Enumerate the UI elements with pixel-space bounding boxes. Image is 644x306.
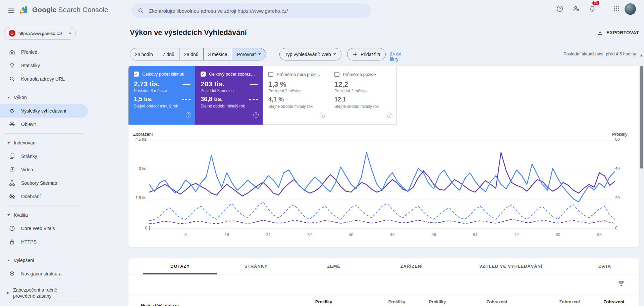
compare-label: Porovnat xyxy=(237,52,256,57)
metric-tile-total-impressions[interactable]: Celkový počet zobraz… 203 tis. Poslední … xyxy=(195,66,263,125)
date-range-24h[interactable]: 24 hodin xyxy=(130,48,158,60)
notifications-bell-icon[interactable]: 71 xyxy=(586,2,599,15)
chart-line-clicks-current xyxy=(149,152,615,202)
date-range-28d[interactable]: 28 dnů xyxy=(179,48,204,60)
sidebar-item-sitemaps[interactable]: Soubory Sitemap xyxy=(0,176,89,190)
sidebar-item-search-results[interactable]: G Výsledky vyhledávání xyxy=(0,104,88,118)
help-icon[interactable]: ? xyxy=(387,113,392,118)
dimensions-panel: DOTAZY STRÁNKY ZEMĚ ZAŘÍZENÍ VZHLED VE V… xyxy=(128,258,639,306)
chevron-right-icon xyxy=(7,292,9,294)
export-button[interactable]: EXPORTOVAT xyxy=(597,30,639,36)
table-header-clicks[interactable]: Prokliky xyxy=(388,299,406,304)
export-label: EXPORTOVAT xyxy=(606,30,639,35)
search-type-filter-chip[interactable]: Typ vyhledávání: Web xyxy=(279,48,341,60)
sidebar-navigation: Přehled Statistiky Kontrola adresy URL V… xyxy=(0,45,89,305)
sidebar-item-breadcrumbs[interactable]: Navigační struktura xyxy=(0,267,89,280)
metric-period-current: Poslední 3 měsíce xyxy=(334,89,368,93)
sidebar-item-pages[interactable]: Stránky xyxy=(0,149,89,163)
axis-tick: 4,5 tis. xyxy=(128,137,147,142)
add-filter-chip[interactable]: Přidat filtr xyxy=(347,48,386,60)
sidebar-item-label: Videa xyxy=(21,167,33,172)
clear-filters-link[interactable]: Zrušit filtry xyxy=(390,51,401,62)
download-icon xyxy=(597,30,603,36)
scrollbar-thumb[interactable] xyxy=(640,66,643,169)
sidebar-item-insights[interactable]: Statistiky xyxy=(0,59,89,72)
search-console-logo-icon xyxy=(19,5,29,15)
metric-tile-total-clicks[interactable]: Celkový počet kliknutí 2,73 tis. Posledn… xyxy=(128,66,195,125)
chevron-down-icon xyxy=(69,33,71,34)
axis-tick: 0 xyxy=(128,226,147,230)
sidebar-section-indexing[interactable]: Indexování xyxy=(0,136,89,149)
checkbox-checked-icon[interactable] xyxy=(134,72,139,77)
sidebar-item-url-inspection[interactable]: Kontrola adresy URL xyxy=(0,72,89,86)
x-axis-tick: 24 xyxy=(266,232,270,237)
sidebar-section-experience[interactable]: Kvalita xyxy=(0,208,89,222)
hamburger-menu-icon[interactable] xyxy=(5,4,18,17)
x-axis-ticks: 816243240485664728088 xyxy=(149,232,615,238)
google-apps-grid-icon[interactable] xyxy=(610,2,623,15)
search-icon xyxy=(138,7,144,14)
sidebar-section-performance[interactable]: Výkon xyxy=(0,91,89,104)
tab-pages[interactable]: STRÁNKY xyxy=(217,258,295,274)
help-icon[interactable]: ? xyxy=(553,2,567,15)
sidebar-item-core-web-vitals[interactable]: Core Web Vitals xyxy=(0,222,89,235)
sidebar-item-discover[interactable]: Objevit xyxy=(0,118,89,131)
date-range-3m[interactable]: 3 měsíce xyxy=(204,48,232,60)
sidebar-item-removals[interactable]: Odebrání xyxy=(0,190,89,203)
checkbox-checked-icon[interactable] xyxy=(201,72,206,77)
checkbox-unchecked-icon[interactable] xyxy=(268,72,273,77)
table-filter-icon[interactable] xyxy=(618,281,625,288)
x-axis-tick: 48 xyxy=(390,232,394,237)
property-selector[interactable]: G https://www.gareko.cz/ xyxy=(4,27,76,40)
sidebar-item-https[interactable]: HTTPS xyxy=(0,235,89,249)
dashed-line-indicator xyxy=(249,99,258,100)
tab-countries[interactable]: ZEMĚ xyxy=(295,258,373,274)
table-header-impressions[interactable]: Zobrazení xyxy=(559,299,580,304)
x-axis-tick: 64 xyxy=(473,232,477,237)
metric-label: Průměrná pozice xyxy=(343,72,376,77)
tab-devices[interactable]: ZAŘÍZENÍ xyxy=(373,258,450,274)
table-header-impressions[interactable]: Zobrazení xyxy=(603,299,624,304)
help-icon[interactable]: ? xyxy=(253,112,259,118)
help-icon[interactable]: ? xyxy=(186,112,191,118)
solid-line-indicator xyxy=(182,84,191,85)
tab-queries[interactable]: DOTAZY xyxy=(143,258,217,274)
table-header-impressions[interactable]: Zobrazení xyxy=(486,299,507,304)
property-favicon: G xyxy=(9,30,15,37)
metric-period-previous: Stejné období minulý rok xyxy=(268,104,313,109)
discover-asterisk-icon xyxy=(9,121,15,128)
metric-value-previous: 36,8 tis. xyxy=(201,96,223,103)
tab-dates[interactable]: DATA xyxy=(571,258,638,274)
url-inspection-searchbar[interactable] xyxy=(131,3,371,18)
user-avatar[interactable] xyxy=(625,3,636,15)
metric-value-previous: 4,1 % xyxy=(268,96,284,103)
sidebar-item-security-manual-actions[interactable]: Zabezpečení a ručně provedené zásahy xyxy=(0,286,89,300)
metric-tile-average-position[interactable]: Průměrná pozice 12,2 Poslední 3 měsíce 1… xyxy=(329,66,397,125)
sidebar-item-label: Objevit xyxy=(21,122,36,127)
manage-accounts-icon[interactable] xyxy=(570,2,583,15)
notification-count-badge: 71 xyxy=(592,1,599,5)
sidebar-item-overview[interactable]: Přehled xyxy=(0,45,89,59)
sidebar-item-videos[interactable]: Videa xyxy=(0,163,89,176)
date-range-7d[interactable]: 7 dnů xyxy=(158,48,179,60)
home-icon xyxy=(9,49,15,55)
axis-tick: 40 xyxy=(615,166,620,171)
sitemap-icon xyxy=(9,180,15,186)
compare-dropdown[interactable]: Porovnat xyxy=(232,48,266,60)
tab-search-appearance[interactable]: VZHLED VE VYHLEDÁVÁNÍ xyxy=(450,258,571,274)
scrollbar-up-arrow[interactable] xyxy=(640,54,643,56)
axis-tick: 20 xyxy=(615,195,620,200)
app-logo[interactable]: GoogleSearch Console xyxy=(19,5,108,15)
metric-period-current: Poslední 3 měsíce xyxy=(201,88,234,93)
performance-chart[interactable] xyxy=(149,136,615,231)
metric-tile-average-ctr[interactable]: Průměrná míra prokli… 1,3 % Poslední 3 m… xyxy=(263,66,329,125)
url-inspection-input[interactable] xyxy=(149,8,365,14)
help-icon[interactable]: ? xyxy=(320,113,325,118)
checkbox-unchecked-icon[interactable] xyxy=(334,72,339,77)
table-header-clicks[interactable]: Prokliky xyxy=(429,299,446,304)
dashed-line-indicator xyxy=(182,99,191,100)
google-g-icon: G xyxy=(9,107,15,114)
table-header-clicks[interactable]: Prokliky xyxy=(315,299,332,304)
table-header-top-queries[interactable]: Nejčastější dotazy xyxy=(141,303,179,306)
sidebar-section-enhancements[interactable]: Vylepšení xyxy=(0,254,89,267)
